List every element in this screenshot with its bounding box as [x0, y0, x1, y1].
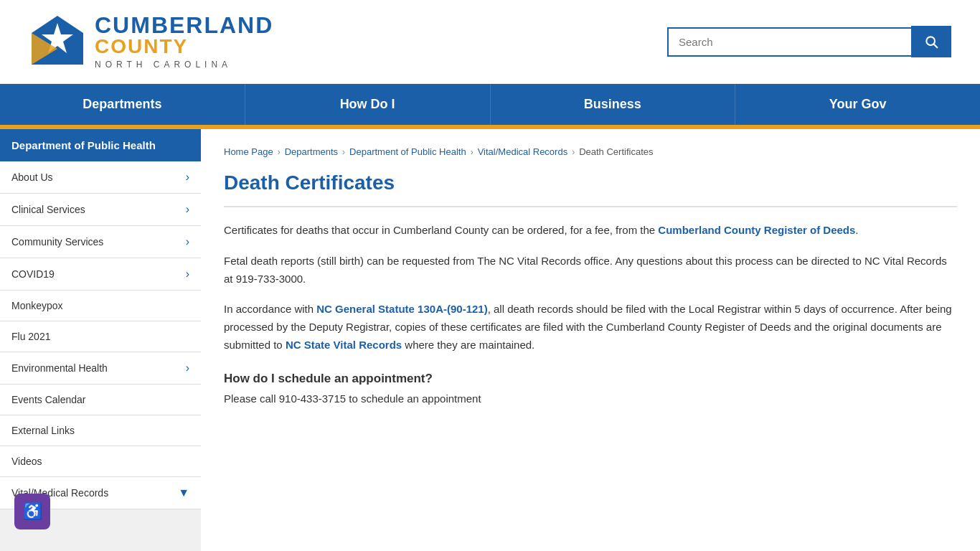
accessibility-button[interactable]: ♿ [14, 494, 50, 529]
search-area [667, 26, 951, 57]
sidebar-item-videos[interactable]: Videos [0, 446, 201, 477]
paragraph-1: Certificates for deaths that occur in Cu… [224, 222, 957, 240]
sidebar-item-events-calendar[interactable]: Events Calendar [0, 385, 201, 415]
chevron-right-icon: › [186, 203, 189, 216]
cumberland-logo-icon [29, 13, 86, 70]
sidebar-item-label: Videos [11, 456, 42, 467]
sidebar-item-label: COVID19 [11, 268, 55, 280]
breadcrumb-departments[interactable]: Departments [285, 146, 338, 157]
nav-business[interactable]: Business [491, 84, 736, 125]
link-nc-general-statute[interactable]: NC General Statute 130A-(90-121) [316, 303, 487, 315]
chevron-right-icon: › [186, 235, 189, 248]
breadcrumb-vital-records[interactable]: Vital/Medical Records [478, 146, 567, 157]
paragraph-3: In accordance with NC General Statute 13… [224, 301, 957, 354]
breadcrumb-sep-1: › [278, 147, 281, 157]
sidebar-item-label: Events Calendar [11, 394, 86, 405]
sidebar-item-label: Flu 2021 [11, 331, 50, 342]
breadcrumb-sep-3: › [471, 147, 473, 157]
logo-nc: NORTH CAROLINA [95, 60, 273, 70]
chevron-down-icon: ▼ [178, 486, 189, 499]
sidebar-title: Department of Public Health [0, 129, 201, 161]
sidebar-item-community-services[interactable]: Community Services › [0, 226, 201, 258]
logo-area: CUMBERLAND COUNTY NORTH CAROLINA [29, 13, 273, 70]
breadcrumb-home[interactable]: Home Page [224, 146, 273, 157]
main-nav: Departments How Do I Business Your Gov [0, 84, 980, 125]
sidebar-item-label: Environmental Health [11, 362, 108, 374]
main-layout: Department of Public Health About Us › C… [0, 129, 980, 551]
sidebar-item-external-links[interactable]: External Links [0, 415, 201, 446]
page-title: Death Certificates [224, 171, 957, 207]
nav-departments[interactable]: Departments [0, 84, 245, 125]
logo-cumberland: CUMBERLAND [95, 14, 273, 37]
sidebar-item-about-us[interactable]: About Us › [0, 161, 201, 194]
chevron-right-icon: › [186, 171, 189, 184]
svg-line-4 [934, 44, 938, 48]
sidebar-item-label: External Links [11, 425, 75, 436]
sidebar: Department of Public Health About Us › C… [0, 129, 201, 551]
breadcrumb-dept-public-health[interactable]: Department of Public Health [349, 146, 466, 157]
search-icon [924, 34, 938, 49]
accessibility-icon: ♿ [23, 502, 42, 521]
logo-text: CUMBERLAND COUNTY NORTH CAROLINA [95, 14, 273, 70]
search-button[interactable] [911, 26, 951, 57]
logo-county: COUNTY [95, 37, 273, 57]
link-nc-state-vital-records[interactable]: NC State Vital Records [286, 339, 402, 351]
breadcrumb: Home Page › Departments › Department of … [224, 146, 957, 157]
chevron-right-icon: › [186, 362, 189, 375]
link-register-of-deeds[interactable]: Cumberland County Register of Deeds [658, 224, 855, 236]
content-body: Certificates for deaths that occur in Cu… [224, 222, 957, 408]
paragraph-2: Fetal death reports (still birth) can be… [224, 253, 957, 288]
sidebar-item-label: Clinical Services [11, 204, 85, 215]
search-input[interactable] [667, 27, 911, 57]
breadcrumb-sep-4: › [572, 147, 575, 157]
sidebar-item-covid19[interactable]: COVID19 › [0, 258, 201, 291]
sidebar-item-monkeypox[interactable]: Monkeypox [0, 291, 201, 321]
sidebar-item-clinical-services[interactable]: Clinical Services › [0, 194, 201, 226]
site-header: CUMBERLAND COUNTY NORTH CAROLINA [0, 0, 980, 84]
sidebar-item-flu-2021[interactable]: Flu 2021 [0, 321, 201, 352]
sidebar-item-label: Community Services [11, 236, 103, 248]
breadcrumb-current: Death Certificates [579, 146, 653, 157]
nav-your-gov[interactable]: Your Gov [735, 84, 980, 125]
sidebar-item-label: Monkeypox [11, 300, 63, 311]
section-heading-appointment: How do I schedule an appointment? [224, 372, 957, 386]
section-body-appointment: Please call 910-433-3715 to schedule an … [224, 390, 957, 408]
nav-how-do-i[interactable]: How Do I [245, 84, 491, 125]
breadcrumb-sep-2: › [342, 147, 345, 157]
sidebar-item-environmental-health[interactable]: Environmental Health › [0, 352, 201, 385]
main-content: Home Page › Departments › Department of … [201, 129, 980, 551]
sidebar-item-label: About Us [11, 171, 53, 183]
chevron-right-icon: › [186, 268, 189, 281]
